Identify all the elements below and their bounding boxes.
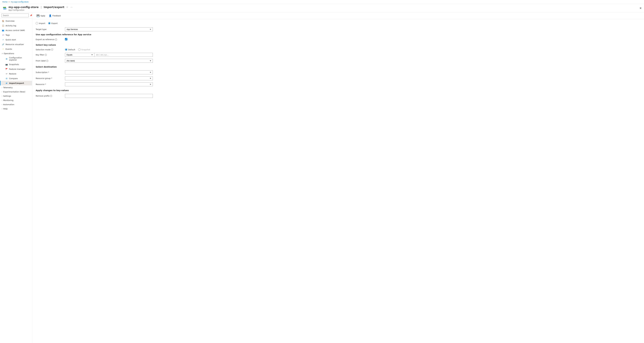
select-destination-title: Select destination: [36, 66, 640, 68]
sidebar-search-container: 📌 《: [0, 12, 32, 18]
page-title: my-app-config-store | Import/export ☆ ··…: [8, 5, 642, 9]
more-button[interactable]: ···: [70, 5, 73, 9]
resource-row: Resource *: [36, 82, 640, 86]
select-key-values-title: Select key-values: [36, 44, 640, 46]
subscription-select[interactable]: [65, 70, 153, 74]
sidebar-item-quick-start[interactable]: ⚡ Quick start: [0, 37, 32, 42]
key-filter-info-icon[interactable]: i: [45, 54, 47, 56]
sidebar-item-tags[interactable]: 🏷 Tags: [0, 33, 32, 37]
help-chevron: ›: [2, 108, 2, 110]
sidebar-item-label: Snapshots: [9, 63, 19, 65]
restore-icon: ↩: [5, 72, 8, 75]
sidebar-item-label: Resource visualizer: [6, 43, 24, 45]
subscription-control: [65, 70, 153, 74]
sidebar-item-config-explorer[interactable]: ⊞ Configuration explorer: [0, 55, 32, 62]
breadcrumb: Home > my-app-config-store: [0, 0, 644, 4]
page-header-text: my-app-config-store | Import/export ☆ ··…: [8, 5, 642, 11]
selection-mode-default-option[interactable]: Default: [65, 48, 75, 51]
sidebar-section-automation[interactable]: › Automation: [0, 102, 32, 107]
import-option[interactable]: Import: [36, 22, 45, 24]
resource-icon: 🔗: [2, 43, 4, 46]
target-type-label: Target type: [36, 28, 65, 30]
export-as-ref-info-icon[interactable]: i: [55, 38, 57, 40]
sidebar-item-label: Activity log: [6, 24, 16, 27]
sidebar-item-feature-manager[interactable]: 🚩 Feature manager: [0, 67, 32, 71]
monitoring-label: Monitoring: [3, 99, 14, 101]
quickstart-icon: ⚡: [2, 38, 4, 41]
remove-prefix-input[interactable]: [65, 94, 153, 98]
page-subtitle: App Configuration: [8, 9, 642, 11]
key-filter-inputs: Equals Starts with: [65, 53, 153, 57]
key-filter-operator-select[interactable]: Equals Starts with: [65, 53, 94, 57]
from-label-select[interactable]: (No label) production staging: [65, 59, 153, 63]
sidebar-item-overview[interactable]: 🏠 Overview: [0, 18, 32, 23]
from-label-info-icon[interactable]: i: [46, 60, 48, 62]
overview-icon: 🏠: [2, 19, 4, 22]
activity-icon: 📋: [2, 24, 4, 27]
sidebar-item-events[interactable]: ⚡ Events: [0, 47, 32, 51]
export-option[interactable]: Export: [48, 22, 58, 24]
feature-icon: 🚩: [5, 68, 8, 70]
operations-chevron: ∨: [2, 53, 3, 54]
sidebar-item-label: Compare: [9, 77, 18, 80]
form-area: Import Export Target type App Services A…: [32, 19, 644, 103]
selection-mode-info-icon[interactable]: i: [51, 48, 53, 51]
config-icon: ⊞: [5, 57, 8, 60]
export-as-ref-label: Export as reference i: [36, 38, 65, 40]
resource-label: Resource *: [36, 83, 65, 85]
monitoring-chevron: ›: [2, 99, 2, 101]
sidebar-search-icons: 📌 《: [30, 14, 32, 17]
selection-mode-snapshot-option[interactable]: Snapshot: [78, 48, 90, 51]
remove-prefix-row: Remove prefix i: [36, 94, 640, 98]
sidebar-item-access-control[interactable]: 👥 Access control (IAM): [0, 28, 32, 33]
key-filter-row: Key filter i Equals Starts with: [36, 53, 640, 57]
remove-prefix-info-icon[interactable]: i: [50, 95, 52, 97]
telemetry-chevron: ›: [2, 87, 2, 88]
settings-chevron: ›: [2, 95, 2, 97]
feedback-button[interactable]: 👤 Feedback: [47, 13, 62, 18]
selection-mode-default-label: Default: [68, 48, 75, 51]
selection-mode-row: Selection mode i Default Snapshot: [36, 48, 640, 51]
apply-button[interactable]: 💾 Apply: [35, 13, 47, 18]
experimentation-chevron: ›: [2, 91, 2, 93]
search-input[interactable]: [2, 13, 29, 17]
toolbar: 💾 Apply 👤 Feedback: [32, 12, 644, 19]
key-filter-value-input[interactable]: [94, 53, 153, 57]
close-button[interactable]: ✕: [640, 6, 642, 10]
sidebar-item-resource-visualizer[interactable]: 🔗 Resource visualizer: [0, 42, 32, 47]
export-as-ref-row: Export as reference i: [36, 38, 640, 41]
target-type-row: Target type App Services Azure App Confi…: [36, 27, 640, 31]
import-export-icon: [3, 7, 6, 9]
arrow-right-icon: [3, 7, 6, 8]
sidebar-item-compare[interactable]: ⊟ Compare: [0, 76, 32, 81]
sidebar-section-operations[interactable]: ∨ Operations: [0, 51, 32, 55]
breadcrumb-current[interactable]: my-app-config-store: [11, 1, 28, 3]
sidebar-item-import-export[interactable]: ⇄ Import/export: [0, 81, 32, 85]
selection-mode-snapshot-label: Snapshot: [82, 48, 90, 51]
selection-mode-default-radio[interactable]: [65, 48, 67, 51]
from-label-control: (No label) production staging: [65, 59, 153, 63]
favorite-button[interactable]: ☆: [66, 5, 69, 9]
pin-icon[interactable]: 📌: [30, 14, 32, 17]
sidebar-section-experimentation[interactable]: › Experimentation (New): [0, 90, 32, 94]
resource-group-select[interactable]: [65, 76, 153, 80]
sidebar-section-monitoring[interactable]: › Monitoring: [0, 98, 32, 102]
sidebar-section-telemetry[interactable]: › Telemetry: [0, 85, 32, 90]
resource-select[interactable]: [65, 82, 153, 86]
sidebar-item-snapshots[interactable]: 📷 Snapshots: [0, 62, 32, 67]
breadcrumb-home[interactable]: Home: [2, 1, 8, 3]
selection-mode-snapshot-radio[interactable]: [78, 48, 80, 51]
remove-prefix-label: Remove prefix i: [36, 95, 65, 97]
sidebar-item-activity-log[interactable]: 📋 Activity log: [0, 23, 32, 28]
sidebar-item-restore[interactable]: ↩ Restore: [0, 71, 32, 76]
target-type-select[interactable]: App Services Azure App Configuration App…: [65, 27, 153, 31]
breadcrumb-sep: >: [8, 1, 10, 3]
export-as-ref-checkbox[interactable]: [65, 38, 67, 40]
resource-group-row: Resource group *: [36, 76, 640, 80]
import-radio[interactable]: [36, 22, 38, 24]
sidebar-section-help[interactable]: › Help: [0, 107, 32, 111]
apply-changes-title: Apply changes to key-values: [36, 89, 640, 92]
sidebar-section-settings[interactable]: › Settings: [0, 94, 32, 98]
selection-mode-control: Default Snapshot: [65, 48, 153, 51]
export-radio[interactable]: [48, 22, 50, 24]
